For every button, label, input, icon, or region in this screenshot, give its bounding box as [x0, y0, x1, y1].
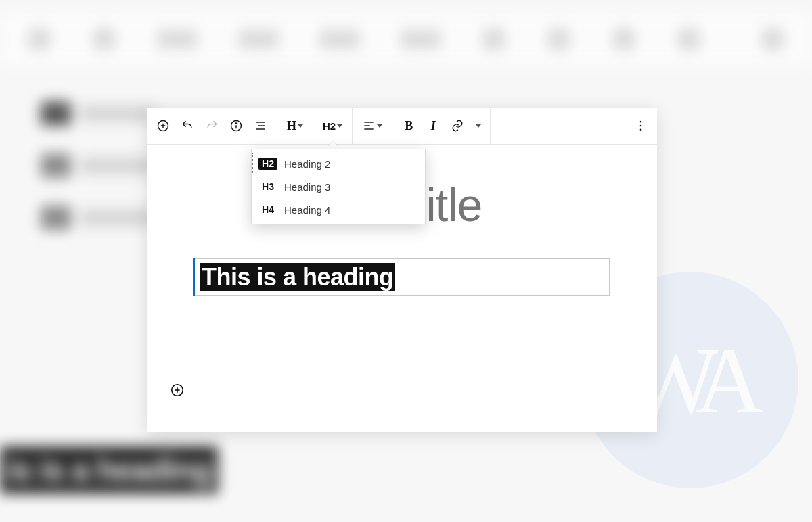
heading-option-badge: H3	[258, 181, 277, 193]
heading-option-h4[interactable]: H4 Heading 4	[252, 198, 425, 221]
editor-window: H H2 B I	[147, 108, 657, 432]
block-type-label: H	[287, 119, 296, 133]
editor-toolbar: H H2 B I	[147, 108, 657, 145]
heading-option-h3[interactable]: H3 Heading 3	[252, 175, 425, 198]
bold-button[interactable]: B	[398, 115, 420, 137]
heading-option-label: Heading 4	[284, 204, 330, 216]
heading-option-label: Heading 2	[284, 158, 330, 170]
plus-circle-icon	[170, 383, 185, 398]
svg-point-13	[640, 125, 642, 127]
more-format-dropdown[interactable]	[471, 115, 484, 137]
link-button[interactable]	[447, 115, 468, 137]
heading-option-label: Heading 3	[284, 181, 330, 193]
svg-point-14	[640, 129, 642, 131]
heading-level-label: H2	[323, 120, 336, 132]
heading-level-menu: H2 Heading 2 H3 Heading 3 H4 Heading 4	[251, 149, 426, 224]
info-button[interactable]	[225, 115, 247, 137]
kebab-icon	[634, 119, 648, 133]
heading-option-badge: H4	[258, 204, 277, 216]
chevron-down-icon	[298, 124, 303, 128]
more-options-button[interactable]	[630, 115, 652, 137]
align-left-icon	[362, 119, 376, 133]
add-block-below-button[interactable]	[170, 383, 185, 400]
chevron-down-icon	[476, 124, 481, 128]
redo-button[interactable]	[201, 115, 223, 137]
heading-option-badge: H2	[258, 158, 277, 170]
outline-button[interactable]	[250, 115, 271, 137]
chevron-down-icon	[337, 124, 342, 128]
chevron-down-icon	[377, 124, 382, 128]
undo-button[interactable]	[177, 115, 198, 137]
heading-block-text[interactable]: This is a heading	[200, 263, 395, 291]
italic-button[interactable]: I	[422, 115, 444, 137]
svg-point-5	[235, 123, 236, 124]
heading-option-h2[interactable]: H2 Heading 2	[252, 152, 425, 175]
svg-point-12	[640, 121, 642, 123]
block-type-dropdown[interactable]: H	[283, 115, 307, 137]
ghost-selected-heading: is is a heading	[0, 446, 218, 494]
add-block-button[interactable]	[152, 115, 174, 137]
heading-level-dropdown[interactable]: H2	[319, 115, 346, 137]
link-icon	[451, 119, 464, 133]
heading-block-selected[interactable]: This is a heading	[194, 258, 610, 296]
align-dropdown[interactable]	[358, 115, 386, 137]
